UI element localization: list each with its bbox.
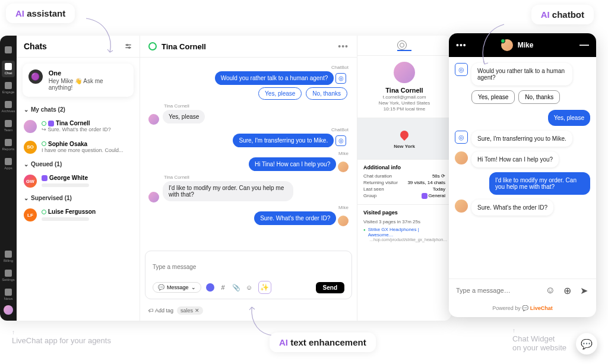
tag-row: 🏷 Add tag sales ✕ <box>140 304 357 321</box>
placeholder-bar <box>42 183 89 187</box>
group-my-chats[interactable]: My chats (2) <box>17 103 140 116</box>
nav-label: Reports <box>2 147 14 151</box>
message-input[interactable] <box>153 256 344 277</box>
widget-message-row: ◎ Sure, I'm transferring you to Mike. <box>455 131 590 147</box>
info-title: Additional info <box>363 164 445 170</box>
tag-pill[interactable]: sales ✕ <box>177 306 203 315</box>
voice-icon[interactable] <box>206 283 214 292</box>
nav-label: Settings <box>2 278 15 281</box>
chat-row[interactable]: SO Sophie Osaka I have one more question… <box>17 137 140 158</box>
agent-avatar-icon <box>501 39 513 51</box>
visited-page-link[interactable]: Strike GX Headphones | Awesome… <box>357 227 451 238</box>
group-queued[interactable]: Queued (1) <box>17 157 140 171</box>
label-ai-assistant: AI assistant <box>6 4 75 23</box>
map-pin-icon <box>398 129 410 141</box>
widget-bubble: Would you rather talk to a human agent? <box>471 63 572 86</box>
ai-wand-button[interactable]: ✨ <box>258 281 271 294</box>
visited-summary: Visited 3 pages in 37m 25s <box>357 219 451 227</box>
additional-info-block: Additional info Chat duration58s ⟳ Retur… <box>357 160 451 205</box>
one-avatar-icon: 🟣 <box>28 69 43 84</box>
minimize-icon[interactable]: — <box>580 40 589 50</box>
widget-input[interactable] <box>456 287 539 294</box>
send-icon[interactable]: ➤ <box>578 285 589 296</box>
nav-chat[interactable]: Chat <box>2 61 15 77</box>
send-button[interactable]: Send <box>316 282 344 293</box>
message-type-button[interactable]: 💬 Message ⌄ <box>153 282 201 293</box>
chat-row[interactable]: LF Luise Fergusson <box>17 205 140 225</box>
chat-bubble-icon <box>5 46 12 53</box>
nav-apps[interactable]: Apps <box>2 156 15 172</box>
add-tag-button[interactable]: 🏷 Add tag <box>148 308 173 314</box>
nav-label: Chat <box>5 71 12 75</box>
widget-bubble: I'd like to modify my order. Can you hel… <box>489 172 590 195</box>
chat-name: Luise Fergusson <box>42 208 96 215</box>
chatbot-icon: ◎ <box>335 135 346 146</box>
location-map: New York <box>357 118 451 160</box>
hash-icon[interactable]: # <box>219 283 227 292</box>
message-bubble: I'd like to modify my order. Can you hel… <box>163 181 293 201</box>
nav-label: Team <box>4 128 13 132</box>
avatar-icon: SO <box>24 141 37 154</box>
profile-tab-icon[interactable] <box>397 40 407 50</box>
visitor-profile: Tina Cornell t.cornell@gmail.com New Yor… <box>357 56 451 118</box>
sender-label: Tina Cornell <box>148 175 349 180</box>
label-ai-chatbot: AI chatbot <box>531 5 594 24</box>
team-icon <box>5 120 12 127</box>
chat-widget: ••• Mike — ◎ Would you rather talk to a … <box>449 33 596 317</box>
map-city-label: New York <box>394 144 415 149</box>
one-text: Hey Mike 👋 Ask me anything! <box>49 78 128 91</box>
quick-reply-button[interactable]: No, thanks <box>306 87 347 100</box>
attachment-icon[interactable]: 📎 <box>232 283 240 292</box>
caption-agent-app: ↑ LiveChat app for your agents <box>12 327 111 345</box>
nav-settings[interactable]: Settings <box>2 267 15 284</box>
chat-launcher-button[interactable]: 💬 <box>576 333 597 354</box>
apps-icon <box>5 158 12 165</box>
more-icon[interactable]: ••• <box>338 42 349 51</box>
chat-row[interactable]: GW George White <box>17 171 140 191</box>
placeholder-bar <box>42 217 89 221</box>
chat-row[interactable]: Tina Cornell ↪ Sure. What's the order ID… <box>17 116 140 137</box>
nav-label: Billing <box>4 259 13 262</box>
avatar-icon <box>148 192 159 202</box>
messenger-icon <box>48 121 54 126</box>
nav-team[interactable]: Team <box>2 118 15 134</box>
filter-icon[interactable] <box>124 42 132 50</box>
chats-header: Chats <box>17 36 140 58</box>
group-supervised[interactable]: Supervised (1) <box>17 191 140 205</box>
chat-name: George White <box>42 175 89 181</box>
status-online-icon <box>148 42 157 50</box>
nav-archives[interactable]: Archives <box>2 99 15 115</box>
agent-avatar[interactable] <box>4 305 13 315</box>
chat-name: Sophie Osaka <box>42 141 124 147</box>
nav-engage[interactable]: Engage <box>2 80 15 96</box>
message-bubble: Yes, please <box>163 110 205 124</box>
sender-label: Mike <box>148 151 349 156</box>
visited-page-url: …hop.com/product/strike_gx_headphon… <box>357 238 451 242</box>
one-assistant-card[interactable]: 🟣 One Hey Mike 👋 Ask me anything! <box>23 64 134 97</box>
widget-message-row: Hi Tom! How can I help you? <box>455 151 590 167</box>
arrows-icon <box>5 63 12 70</box>
quick-reply-button[interactable]: Yes, please <box>471 90 515 104</box>
widget-bubble: Sure, I'm transferring you to Mike. <box>471 131 572 147</box>
widget-message-row: Yes, please <box>455 110 590 126</box>
quick-reply-button[interactable]: No, thanks <box>518 90 560 104</box>
nav-reports[interactable]: Reports <box>2 137 15 153</box>
chatbot-icon: ◎ <box>455 63 468 76</box>
sender-label: ChatBot <box>148 65 349 70</box>
nav-label: News <box>4 297 12 300</box>
arrow-up-icon: ↑ <box>12 329 15 335</box>
add-icon[interactable]: ⊕ <box>562 285 572 296</box>
widget-menu-icon[interactable]: ••• <box>456 40 467 50</box>
emoji-icon[interactable]: ☺ <box>545 285 556 296</box>
widget-agent-name: Mike <box>518 41 534 49</box>
nav-label: Engage <box>2 90 15 94</box>
nav-billing[interactable]: Billing <box>2 248 15 265</box>
quick-reply-button[interactable]: Yes, please <box>258 87 302 100</box>
emoji-icon[interactable]: ☺ <box>245 283 254 292</box>
billing-icon <box>5 251 12 258</box>
message-bubble: Sure. What's the order ID? <box>254 211 336 225</box>
nav-news[interactable]: News <box>2 286 15 303</box>
widget-bubble: Yes, please <box>548 110 590 126</box>
tab-underline <box>397 50 411 51</box>
nav-home[interactable] <box>2 42 15 58</box>
